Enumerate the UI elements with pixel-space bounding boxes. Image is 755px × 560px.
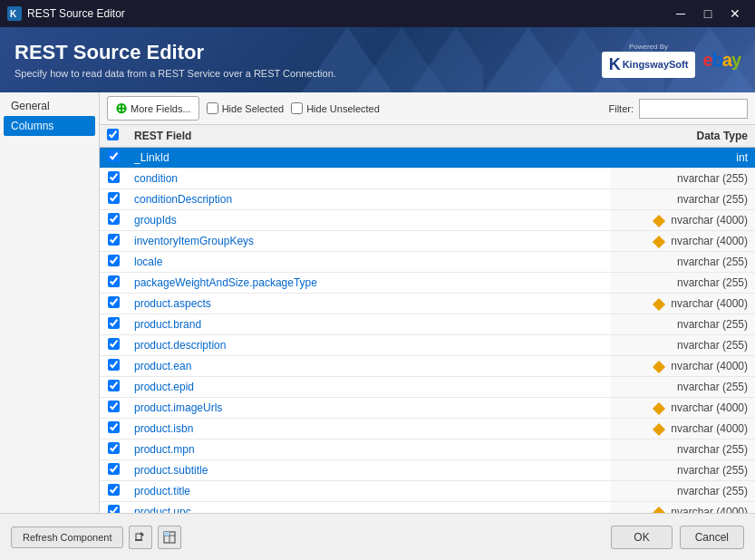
filter-input[interactable] <box>639 99 748 119</box>
table-row[interactable]: product.brandnvarchar (255) <box>100 314 755 335</box>
table-icon <box>163 531 176 544</box>
hide-selected-label[interactable]: Hide Selected <box>207 102 285 114</box>
table-row[interactable]: _LinkIdint <box>100 148 755 169</box>
row-checkbox[interactable] <box>108 359 120 371</box>
row-checkbox-cell <box>100 481 127 502</box>
title-bar: K REST Source Editor ─ □ ✕ <box>0 0 755 27</box>
bottom-bar: Refresh Component OK Cancel <box>0 513 755 560</box>
window-title: REST Source Editor <box>27 7 668 20</box>
table-row[interactable]: product.descriptionnvarchar (255) <box>100 335 755 356</box>
row-checkbox-cell <box>100 502 127 514</box>
row-checkbox[interactable] <box>108 442 120 454</box>
table-row[interactable]: product.aspectsnvarchar (4000) <box>100 294 755 314</box>
table-row[interactable]: inventoryItemGroupKeysnvarchar (4000) <box>100 231 755 252</box>
table-container[interactable]: REST Field Data Type _LinkIdintcondition… <box>100 125 755 513</box>
row-checkbox-cell <box>100 460 127 481</box>
table-row[interactable]: product.subtitlenvarchar (255) <box>100 460 755 481</box>
data-type-cell: nvarchar (255) <box>610 273 755 294</box>
row-checkbox-cell <box>100 273 127 294</box>
table-row[interactable]: product.mpnnvarchar (255) <box>100 439 755 460</box>
row-checkbox[interactable] <box>108 275 120 287</box>
header: REST Source Editor Specify how to read d… <box>0 27 755 92</box>
rest-field-cell: product.ean <box>127 356 610 377</box>
select-all-checkbox[interactable] <box>107 129 119 140</box>
row-checkbox[interactable] <box>108 234 120 246</box>
row-checkbox[interactable] <box>108 213 120 225</box>
table-row[interactable]: product.isbnnvarchar (4000) <box>100 419 755 439</box>
row-checkbox[interactable] <box>108 192 120 204</box>
table-icon-button[interactable] <box>158 526 181 549</box>
sidebar: General Columns <box>0 92 100 513</box>
data-type-cell: nvarchar (255) <box>610 252 755 273</box>
sidebar-item-general[interactable]: General <box>4 96 95 116</box>
diamond-icon <box>653 236 665 248</box>
content-area: ⊕ More Fields... Hide Selected Hide Unse… <box>100 92 755 513</box>
window-controls: ─ □ ✕ <box>668 1 748 26</box>
rest-field-cell: product.aspects <box>127 294 610 314</box>
data-type-cell: nvarchar (255) <box>610 439 755 460</box>
table-row[interactable]: packageWeightAndSize.packageTypenvarchar… <box>100 273 755 294</box>
data-type-cell: int <box>610 148 755 169</box>
row-checkbox[interactable] <box>108 317 120 329</box>
refresh-button[interactable]: Refresh Component <box>11 526 123 548</box>
hide-unselected-label[interactable]: Hide Unselected <box>291 102 380 114</box>
row-checkbox-cell <box>100 148 127 169</box>
table-row[interactable]: product.eannvarchar (4000) <box>100 356 755 377</box>
sidebar-item-columns[interactable]: Columns <box>4 116 95 136</box>
toolbar: ⊕ More Fields... Hide Selected Hide Unse… <box>100 92 755 125</box>
svg-text:K: K <box>10 9 17 19</box>
rest-field-cell: product.upc <box>127 502 610 514</box>
row-checkbox[interactable] <box>108 150 120 162</box>
table-row[interactable]: conditionDescriptionnvarchar (255) <box>100 189 755 210</box>
row-checkbox[interactable] <box>108 463 120 475</box>
rest-field-cell: product.epid <box>127 377 610 398</box>
row-checkbox-cell <box>100 189 127 210</box>
data-type-cell: nvarchar (4000) <box>610 231 755 252</box>
hide-selected-checkbox[interactable] <box>207 102 218 114</box>
table-row[interactable]: product.titlenvarchar (255) <box>100 481 755 502</box>
diamond-icon <box>653 215 665 227</box>
add-fields-button[interactable]: ⊕ More Fields... <box>107 96 199 121</box>
row-checkbox[interactable] <box>108 380 120 391</box>
minimize-button[interactable]: ─ <box>668 1 693 26</box>
table-row[interactable]: groupIdsnvarchar (4000) <box>100 210 755 231</box>
hide-unselected-checkbox[interactable] <box>291 102 303 114</box>
table-row[interactable]: localenvarchar (255) <box>100 252 755 273</box>
row-checkbox[interactable] <box>108 296 120 308</box>
data-type-cell: nvarchar (4000) <box>610 356 755 377</box>
rest-field-cell: groupIds <box>127 210 610 231</box>
col-data-type: Data Type <box>610 125 755 148</box>
data-type-cell: nvarchar (255) <box>610 481 755 502</box>
row-checkbox[interactable] <box>108 484 120 496</box>
data-type-cell: nvarchar (255) <box>610 314 755 335</box>
row-checkbox[interactable] <box>108 338 120 350</box>
edit-icon-button[interactable] <box>129 526 152 549</box>
table-row[interactable]: product.upcnvarchar (4000) <box>100 502 755 514</box>
row-checkbox[interactable] <box>108 505 120 513</box>
data-type-cell: nvarchar (4000) <box>610 398 755 419</box>
col-check <box>100 125 127 148</box>
row-checkbox[interactable] <box>108 401 120 412</box>
rest-field-cell: product.description <box>127 335 610 356</box>
filter-group: Filter: <box>609 99 749 119</box>
col-rest-field: REST Field <box>127 125 610 148</box>
maximize-button[interactable]: □ <box>695 1 721 26</box>
row-checkbox[interactable] <box>108 255 120 266</box>
cancel-button[interactable]: Cancel <box>680 526 744 549</box>
table-row[interactable]: product.epidnvarchar (255) <box>100 377 755 398</box>
data-type-cell: nvarchar (255) <box>610 169 755 189</box>
row-checkbox-cell <box>100 398 127 419</box>
row-checkbox-cell <box>100 231 127 252</box>
table-row[interactable]: conditionnvarchar (255) <box>100 169 755 189</box>
diamond-icon <box>653 361 665 373</box>
close-button[interactable]: ✕ <box>722 1 748 26</box>
ok-button[interactable]: OK <box>611 526 672 549</box>
table-row[interactable]: product.imageUrlsnvarchar (4000) <box>100 398 755 419</box>
row-checkbox[interactable] <box>108 421 120 433</box>
data-type-cell: nvarchar (255) <box>610 189 755 210</box>
ebay-logo: ebay <box>702 50 740 71</box>
row-checkbox[interactable] <box>108 171 120 183</box>
row-checkbox-cell <box>100 439 127 460</box>
data-type-cell: nvarchar (255) <box>610 377 755 398</box>
rest-field-cell: inventoryItemGroupKeys <box>127 231 610 252</box>
